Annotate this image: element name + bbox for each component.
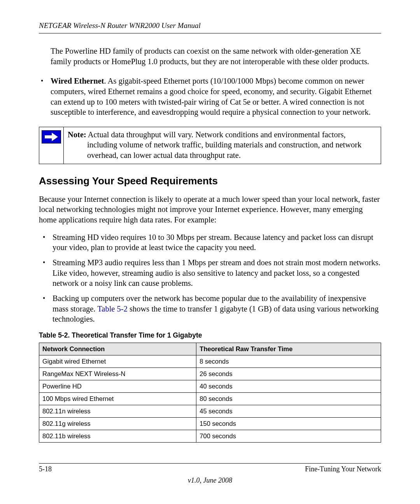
cell-time: 700 seconds — [196, 430, 381, 442]
table-row: 802.11g wireless150 seconds — [39, 417, 381, 430]
wired-ethernet-bullet: • Wired Ethernet. As gigabit-speed Ether… — [41, 76, 381, 117]
bullet-backup: • Backing up computers over the network … — [43, 293, 381, 324]
bullet-marker: • — [41, 76, 51, 117]
table-row: 802.11n wireless45 seconds — [39, 405, 381, 417]
cell-time: 26 seconds — [196, 368, 381, 380]
table-caption: Table 5-2. Theoretical Transfer Time for… — [39, 331, 381, 340]
cell-connection: 802.11b wireless — [39, 430, 196, 442]
bullet-marker: • — [43, 293, 52, 324]
bullet-content: Backing up computers over the network ha… — [52, 293, 381, 324]
page-number: 5-18 — [39, 465, 52, 473]
section-name: Fine-Tuning Your Network — [305, 465, 381, 473]
bullet-hd-video: • Streaming HD video requires 10 to 30 M… — [43, 232, 381, 253]
bullet-marker: • — [43, 232, 52, 253]
cell-time: 80 seconds — [196, 392, 381, 405]
bullet-content: Streaming MP3 audio requires less than 1… — [52, 257, 381, 289]
cell-connection: Gigabit wired Ethernet — [39, 355, 196, 368]
note-line1: Actual data throughput will vary. Networ… — [86, 130, 346, 139]
note-callout: Note: Actual data throughput will vary. … — [39, 127, 381, 164]
col-transfer-time: Theoretical Raw Transfer Time — [196, 343, 381, 355]
table-row: 802.11b wireless700 seconds — [39, 430, 381, 442]
cell-connection: 100 Mbps wired Ethernet — [39, 392, 196, 405]
bullet-mp3: • Streaming MP3 audio requires less than… — [43, 257, 381, 289]
speed-bullet-list: • Streaming HD video requires 10 to 30 M… — [41, 232, 381, 324]
wired-ethernet-lead: Wired Ethernet — [51, 77, 104, 85]
note-icon-cell — [39, 127, 63, 164]
section-intro: Because your Internet connection is like… — [39, 194, 381, 225]
table-5-2-link[interactable]: Table 5-2 — [97, 304, 128, 313]
page-footer: 5-18 Fine-Tuning Your Network v1.0, June… — [39, 463, 381, 485]
page-header: NETGEAR Wireless-N Router WNR2000 User M… — [39, 21, 381, 33]
table-header-row: Network Connection Theoretical Raw Trans… — [39, 343, 381, 355]
table-row: 100 Mbps wired Ethernet80 seconds — [39, 392, 381, 405]
bullet-marker: • — [43, 257, 52, 289]
cell-time: 8 seconds — [196, 355, 381, 368]
arrow-right-icon — [42, 130, 61, 144]
table-row: RangeMax NEXT Wireless-N26 seconds — [39, 368, 381, 380]
transfer-time-table: Network Connection Theoretical Raw Trans… — [39, 343, 381, 443]
cell-connection: Powerline HD — [39, 380, 196, 392]
bullet-content: Streaming HD video requires 10 to 30 Mbp… — [52, 232, 381, 253]
powerline-paragraph: The Powerline HD family of products can … — [51, 46, 381, 66]
doc-version: v1.0, June 2008 — [39, 476, 381, 485]
note-text: Note: Actual data throughput will vary. … — [63, 127, 381, 164]
note-line2: including volume of network traffic, bui… — [68, 140, 377, 160]
table-row: Gigabit wired Ethernet8 seconds — [39, 355, 381, 368]
cell-connection: RangeMax NEXT Wireless-N — [39, 368, 196, 380]
col-network-connection: Network Connection — [39, 343, 196, 355]
section-heading: Assessing Your Speed Requirements — [39, 175, 381, 187]
cell-connection: 802.11g wireless — [39, 417, 196, 430]
cell-time: 150 seconds — [196, 417, 381, 430]
note-label: Note: — [68, 130, 86, 139]
table-row: Powerline HD40 seconds — [39, 380, 381, 392]
cell-time: 45 seconds — [196, 405, 381, 417]
bullet-content: Wired Ethernet. As gigabit-speed Etherne… — [51, 76, 381, 117]
cell-connection: 802.11n wireless — [39, 405, 196, 417]
cell-time: 40 seconds — [196, 380, 381, 392]
